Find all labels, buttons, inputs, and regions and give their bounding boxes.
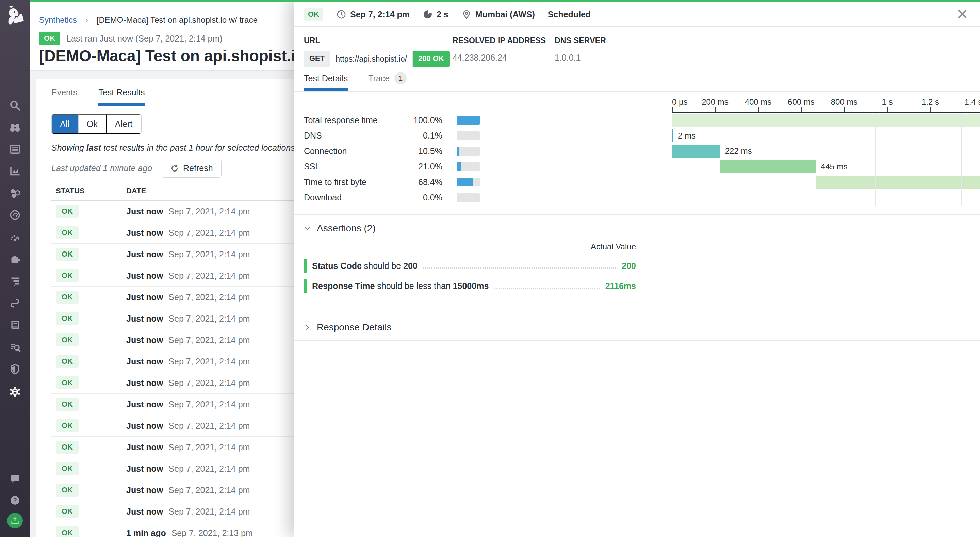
assertions-section: Assertions (2) Actual Value Status Code … <box>294 214 980 308</box>
row-date: Sep 7, 2021, 2:14 pm <box>169 507 250 516</box>
waterfall-minibar <box>457 193 480 202</box>
tab-events[interactable]: Events <box>51 88 77 103</box>
timing-waterfall-chart: 0 µs200 ms400 ms600 ms800 ms1 s1.2 s1.4 … <box>294 97 980 207</box>
clock-icon <box>336 9 347 19</box>
status-filter-group: AllOkAlert <box>51 114 142 134</box>
row-status-badge: OK <box>56 398 79 411</box>
hexagons-icon <box>9 187 21 199</box>
row-relative-time: Just now <box>126 292 163 302</box>
response-details-section: Response Details <box>294 314 980 341</box>
sidebar-item-search[interactable] <box>0 96 30 115</box>
row-status-badge: OK <box>56 269 79 282</box>
waterfall-bar <box>816 175 980 189</box>
assertion-pass-bar <box>304 279 307 293</box>
panel-tab-test-details[interactable]: Test Details <box>304 73 348 91</box>
sidebar-item-filter[interactable] <box>0 272 30 291</box>
last-updated-text: Last updated 1 minute ago <box>51 163 152 173</box>
sidebar-item-network-globe[interactable] <box>0 382 30 401</box>
assertions-title: Assertions (2) <box>317 223 375 234</box>
panel-status-badge: OK <box>304 8 323 21</box>
log-search-icon <box>9 341 21 354</box>
row-status-badge: OK <box>56 441 79 454</box>
sidebar-item-hexagons[interactable] <box>0 183 30 202</box>
assertion-row: Response Time should be less than 15000m… <box>304 279 636 293</box>
chat-icon <box>9 472 21 484</box>
resolved-ip-value: 44.238.206.24 <box>453 53 555 63</box>
row-date: Sep 7, 2021, 2:14 pm <box>169 378 250 388</box>
row-date: Sep 7, 2021, 2:14 pm <box>169 400 250 410</box>
row-relative-time: Just now <box>126 464 163 474</box>
dotted-leader <box>423 268 616 269</box>
breadcrumb-synthetics-link[interactable]: Synthetics <box>39 15 77 24</box>
sidebar-item-notebook[interactable] <box>0 316 30 335</box>
close-icon[interactable]: ✕ <box>956 7 969 22</box>
dotted-leader <box>494 288 600 288</box>
sidebar-item-binoculars[interactable] <box>0 118 30 137</box>
panel-tab-trace[interactable]: Trace1 <box>368 72 407 89</box>
row-relative-time: Just now <box>126 421 163 431</box>
dashboard-icon <box>9 143 21 156</box>
sidebar-item-help[interactable] <box>0 491 30 510</box>
waterfall-label: SSL <box>304 162 406 172</box>
assertions-toggle[interactable]: Assertions (2) <box>304 215 970 237</box>
row-status-badge: OK <box>56 291 79 304</box>
status-code-badge: 200 OK <box>413 51 450 67</box>
waterfall-minibar <box>457 163 480 171</box>
refresh-button[interactable]: Refresh <box>162 159 221 178</box>
row-status-badge: OK <box>56 312 79 325</box>
sidebar-item-upload[interactable] <box>0 511 30 530</box>
row-status-badge: OK <box>56 505 79 518</box>
filter-all[interactable]: All <box>52 114 78 134</box>
chart-icon <box>9 165 21 177</box>
row-status-badge: OK <box>56 248 79 261</box>
axis-tick-label: 0 µs <box>672 97 688 107</box>
apm-icon <box>9 209 21 221</box>
upload-icon <box>10 516 20 526</box>
sidebar-item-puzzle[interactable] <box>0 250 30 269</box>
sidebar-item-chart[interactable] <box>0 162 30 181</box>
response-details-toggle[interactable]: Response Details <box>304 314 970 340</box>
panel-schedule-type: Scheduled <box>548 10 591 19</box>
axis-tick-label: 800 ms <box>831 97 858 107</box>
tab-test-results[interactable]: Test Results <box>98 88 145 106</box>
row-status-badge: OK <box>56 205 79 218</box>
duration-pie-icon <box>423 9 433 19</box>
waterfall-label: Connection <box>304 146 406 156</box>
sidebar-item-log-search[interactable] <box>0 338 30 357</box>
sidebar-item-gauge[interactable] <box>0 228 30 247</box>
panel-time: Sep 7, 2:14 pm <box>336 9 410 19</box>
test-result-side-panel: OK Sep 7, 2:14 pm 2 s Mumbai (AWS) Sched… <box>294 0 980 537</box>
sidebar-item-shield[interactable] <box>0 360 30 379</box>
sidebar-item-link[interactable] <box>0 294 30 313</box>
sidebar-item-dashboard[interactable] <box>0 140 30 159</box>
sidebar-item-chat[interactable] <box>0 469 30 488</box>
waterfall-minibar <box>457 116 480 124</box>
filter-alert[interactable]: Alert <box>107 114 141 134</box>
axis-tick-mark <box>888 107 888 112</box>
row-date: Sep 7, 2021, 2:14 pm <box>169 421 250 431</box>
waterfall-label: DNS <box>304 131 406 140</box>
sidebar-item-apm[interactable] <box>0 206 30 225</box>
row-date: Sep 7, 2021, 2:14 pm <box>169 335 250 345</box>
waterfall-percent: 100.0% <box>406 115 442 125</box>
axis-tick-label: 1.2 s <box>921 97 939 107</box>
row-date: Sep 7, 2021, 2:14 pm <box>169 228 250 238</box>
row-relative-time: Just now <box>126 442 163 452</box>
chevron-down-icon <box>304 225 311 232</box>
assertion-text: Response Time should be less than 15000m… <box>312 281 488 291</box>
row-status-badge: OK <box>56 333 79 346</box>
waterfall-annotation: 445 ms <box>821 162 848 172</box>
panel-header: OK Sep 7, 2:14 pm 2 s Mumbai (AWS) Sched… <box>294 2 980 27</box>
row-relative-time: Just now <box>126 228 163 238</box>
assertions-table: Actual Value Status Code should be 20020… <box>304 242 646 308</box>
row-date: Sep 7, 2021, 2:14 pm <box>169 442 250 452</box>
row-date: Sep 7, 2021, 2:14 pm <box>169 292 250 302</box>
datadog-logo[interactable] <box>4 5 26 34</box>
filter-ok[interactable]: Ok <box>78 114 107 134</box>
waterfall-axis-row: 0 µs200 ms400 ms600 ms800 ms1 s1.2 s1.4 … <box>304 97 980 113</box>
waterfall-label: Time to first byte <box>304 177 406 187</box>
http-method-badge: GET <box>304 51 330 67</box>
help-icon <box>9 494 21 507</box>
panel-location: Mumbai (AWS) <box>461 9 535 19</box>
network-globe-icon <box>9 386 21 398</box>
